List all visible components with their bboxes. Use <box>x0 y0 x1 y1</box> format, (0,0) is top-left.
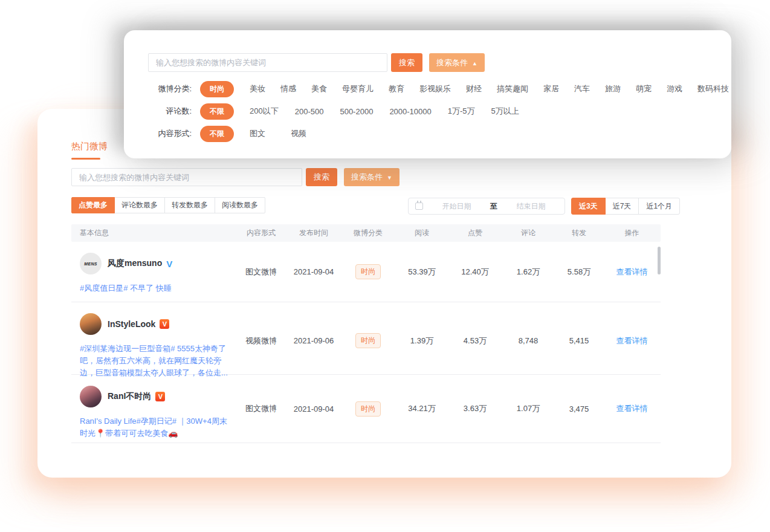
filter-option[interactable]: 200以下 <box>250 106 279 117</box>
user-name[interactable]: 风度mensuno <box>108 258 162 269</box>
tab-hot-weibo[interactable]: 热门微博 <box>71 141 108 152</box>
search-button[interactable]: 搜索 <box>306 168 337 186</box>
filter-selected-pill[interactable]: 时尚 <box>200 81 234 97</box>
content-format: 图文微博 <box>236 267 286 277</box>
search-input[interactable] <box>148 53 387 72</box>
app-canvas: 热门微博 搜索 搜索条件 ▼ 点赞最多 评论数最多 转发数最多 阅读数最多 开始… <box>0 0 770 532</box>
chevron-down-icon: ▼ <box>387 175 392 181</box>
content-format: 视频微博 <box>236 336 286 346</box>
view-details-link[interactable]: 查看详情 <box>616 336 648 345</box>
filter-option[interactable]: 汽车 <box>574 83 590 94</box>
date-range-picker[interactable]: 开始日期 至 结束日期 <box>408 198 565 215</box>
verified-blue-icon: V <box>166 259 172 269</box>
likes-count: 3.63万 <box>448 403 502 414</box>
publish-date: 2021-09-04 <box>286 404 341 414</box>
sort-most-reads[interactable]: 阅读数最多 <box>215 197 265 213</box>
calendar-icon <box>415 203 423 210</box>
category-tag: 时尚 <box>355 333 381 348</box>
start-date-field[interactable]: 开始日期 <box>423 201 490 212</box>
table-row: MENS 风度mensuno V #风度值日星# 不早了 快睡 图文微博 202… <box>71 242 661 302</box>
verified-orange-icon: V <box>160 319 169 329</box>
col-reposts: 转发 <box>555 228 603 238</box>
avatar[interactable] <box>80 313 102 335</box>
filter-option[interactable]: 萌宠 <box>636 83 652 94</box>
filter-option[interactable]: 数码科技 <box>697 83 729 94</box>
filter-selected-pill[interactable]: 不限 <box>200 103 234 120</box>
filter-option[interactable]: 情感 <box>280 83 296 94</box>
filter-label: 微博分类: <box>148 83 192 94</box>
filter-option[interactable]: 500-2000 <box>340 107 373 116</box>
filter-label: 评论数: <box>148 106 192 117</box>
weibo-table: 基本信息 内容形式 发布时间 微博分类 阅读 点赞 评论 转发 操作 MENS … <box>71 224 661 443</box>
sort-tabs: 点赞最多 评论数最多 转发数最多 阅读数最多 <box>71 197 265 213</box>
results-card: 热门微博 搜索 搜索条件 ▼ 点赞最多 评论数最多 转发数最多 阅读数最多 开始… <box>37 109 731 478</box>
user-name[interactable]: RanI不时尚 <box>108 391 151 402</box>
chevron-up-icon: ▲ <box>472 60 477 66</box>
avatar[interactable]: MENS <box>80 253 102 274</box>
filter-option[interactable]: 美妆 <box>250 83 265 94</box>
table-row: InStyleLook V #深圳某海边现一巨型音箱# 5555太神奇了吧，居然… <box>71 302 661 375</box>
filter-option[interactable]: 5万以上 <box>491 106 519 117</box>
range-last-3-days[interactable]: 近3天 <box>571 198 606 215</box>
search-button[interactable]: 搜索 <box>391 53 422 72</box>
range-last-7-days[interactable]: 近7天 <box>605 198 639 215</box>
main-search-row: 搜索 搜索条件 ▼ <box>71 168 400 186</box>
col-category: 微博分类 <box>341 228 395 238</box>
view-details-link[interactable]: 查看详情 <box>616 267 648 276</box>
comments-count: 1.07万 <box>502 403 555 414</box>
filter-row-content-format: 内容形式: 不限 图文 视频 <box>148 125 716 143</box>
filter-option[interactable]: 母婴育儿 <box>342 83 374 94</box>
filter-option[interactable]: 图文 <box>250 128 265 139</box>
filter-label: 内容形式: <box>148 128 192 139</box>
filter-option[interactable]: 美食 <box>311 83 327 94</box>
post-content[interactable]: RanI's Daily Life#孕期日记# ｜30W+4周末时光📍带着可可去… <box>80 415 232 440</box>
publish-date: 2021-09-06 <box>286 336 341 345</box>
table-header: 基本信息 内容形式 发布时间 微博分类 阅读 点赞 评论 转发 操作 <box>71 224 661 242</box>
filter-search-row: 搜索 搜索条件 ▲ <box>148 53 485 72</box>
tab-active-underline <box>71 158 100 160</box>
avatar[interactable] <box>80 386 102 407</box>
view-details-link[interactable]: 查看详情 <box>616 404 648 413</box>
quick-range-buttons: 近3天 近7天 近1个月 <box>571 198 680 215</box>
sort-most-likes[interactable]: 点赞最多 <box>71 197 115 213</box>
sort-most-reposts[interactable]: 转发数最多 <box>164 197 215 213</box>
filter-option[interactable]: 教育 <box>389 83 404 94</box>
comments-count: 8,748 <box>502 336 555 345</box>
filter-option[interactable]: 视频 <box>291 128 306 139</box>
col-comments: 评论 <box>502 228 555 238</box>
reposts-count: 5,415 <box>555 336 603 345</box>
filter-option[interactable]: 2000-10000 <box>389 107 431 116</box>
reposts-count: 3,475 <box>555 404 603 414</box>
filter-option[interactable]: 财经 <box>466 83 482 94</box>
search-input[interactable] <box>71 168 302 186</box>
category-tag: 时尚 <box>355 401 381 417</box>
filter-option[interactable]: 旅游 <box>605 83 621 94</box>
filter-option[interactable]: 200-500 <box>295 107 324 116</box>
reads-count: 1.39万 <box>395 336 448 346</box>
filter-row-comment-count: 评论数: 不限 200以下 200-500 500-2000 2000-1000… <box>148 102 716 120</box>
post-content[interactable]: #深圳某海边现一巨型音箱# 5555太神奇了吧，居然有五六米高，就在网红魔天轮旁… <box>80 343 232 379</box>
search-conditions-button[interactable]: 搜索条件 ▲ <box>429 53 485 72</box>
filter-option[interactable]: 影视娱乐 <box>419 83 451 94</box>
filter-option[interactable]: 游戏 <box>667 83 682 94</box>
col-actions: 操作 <box>603 228 661 238</box>
filter-option[interactable]: 1万-5万 <box>448 106 475 117</box>
col-reads: 阅读 <box>395 228 448 238</box>
range-last-month[interactable]: 近1个月 <box>638 198 680 215</box>
filter-panel-card: 搜索 搜索条件 ▲ 微博分类: 时尚 美妆 情感 美食 母婴育儿 教育 影视娱乐… <box>124 30 731 158</box>
end-date-field[interactable]: 结束日期 <box>497 201 565 212</box>
col-likes: 点赞 <box>448 228 502 238</box>
search-conditions-label: 搜索条件 <box>351 172 383 183</box>
sort-most-comments[interactable]: 评论数最多 <box>114 197 165 213</box>
filter-option[interactable]: 搞笑趣闻 <box>497 83 528 94</box>
user-name[interactable]: InStyleLook <box>108 319 155 329</box>
post-content[interactable]: #风度值日星# 不早了 快睡 <box>80 282 232 294</box>
search-conditions-label: 搜索条件 <box>436 57 468 68</box>
filter-option[interactable]: 家居 <box>543 83 559 94</box>
filter-selected-pill[interactable]: 不限 <box>200 126 234 142</box>
search-conditions-button[interactable]: 搜索条件 ▼ <box>344 168 400 186</box>
scrollbar-thumb[interactable] <box>658 247 661 274</box>
col-publish-time: 发布时间 <box>286 228 341 238</box>
filter-row-category: 微博分类: 时尚 美妆 情感 美食 母婴育儿 教育 影视娱乐 财经 搞笑趣闻 家… <box>148 80 716 98</box>
col-content-format: 内容形式 <box>236 228 286 238</box>
